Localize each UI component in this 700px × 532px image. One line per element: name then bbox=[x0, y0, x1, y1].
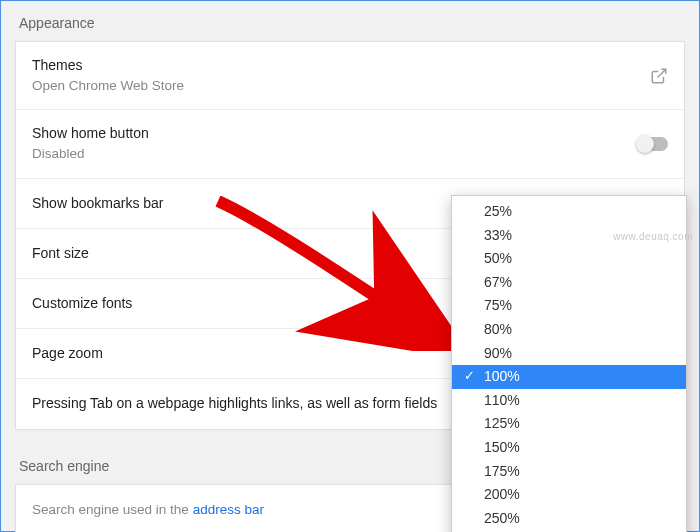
themes-title: Themes bbox=[32, 56, 650, 76]
page-zoom-dropdown[interactable]: 25%33%50%67%75%80%90%100%110%125%150%175… bbox=[451, 195, 687, 532]
themes-text: Themes Open Chrome Web Store bbox=[32, 56, 650, 95]
appearance-section-header: Appearance bbox=[1, 1, 699, 41]
watermark: www.deuaq.com bbox=[613, 231, 693, 242]
zoom-option[interactable]: 200% bbox=[452, 483, 686, 507]
zoom-option[interactable]: 90% bbox=[452, 342, 686, 366]
zoom-option[interactable]: 67% bbox=[452, 271, 686, 295]
svg-line-0 bbox=[658, 69, 666, 77]
zoom-option[interactable]: 175% bbox=[452, 460, 686, 484]
home-button-toggle[interactable] bbox=[638, 137, 668, 151]
zoom-option[interactable]: 100% bbox=[452, 365, 686, 389]
zoom-option[interactable]: 125% bbox=[452, 412, 686, 436]
home-button-text: Show home button Disabled bbox=[32, 124, 638, 163]
zoom-option[interactable]: 110% bbox=[452, 389, 686, 413]
zoom-option[interactable]: 80% bbox=[452, 318, 686, 342]
home-button-row: Show home button Disabled bbox=[16, 110, 684, 178]
address-bar-link[interactable]: address bar bbox=[193, 502, 264, 517]
external-link-icon bbox=[650, 67, 668, 85]
themes-sub: Open Chrome Web Store bbox=[32, 77, 650, 96]
themes-row[interactable]: Themes Open Chrome Web Store bbox=[16, 42, 684, 110]
zoom-option[interactable]: 75% bbox=[452, 294, 686, 318]
settings-window: Appearance Themes Open Chrome Web Store … bbox=[0, 0, 700, 532]
zoom-option[interactable]: 25% bbox=[452, 200, 686, 224]
home-button-sub: Disabled bbox=[32, 145, 638, 164]
zoom-option[interactable]: 50% bbox=[452, 247, 686, 271]
home-button-title: Show home button bbox=[32, 124, 638, 144]
zoom-option[interactable]: 150% bbox=[452, 436, 686, 460]
zoom-option[interactable]: 250% bbox=[452, 507, 686, 531]
search-engine-prefix: Search engine used in the bbox=[32, 502, 193, 517]
